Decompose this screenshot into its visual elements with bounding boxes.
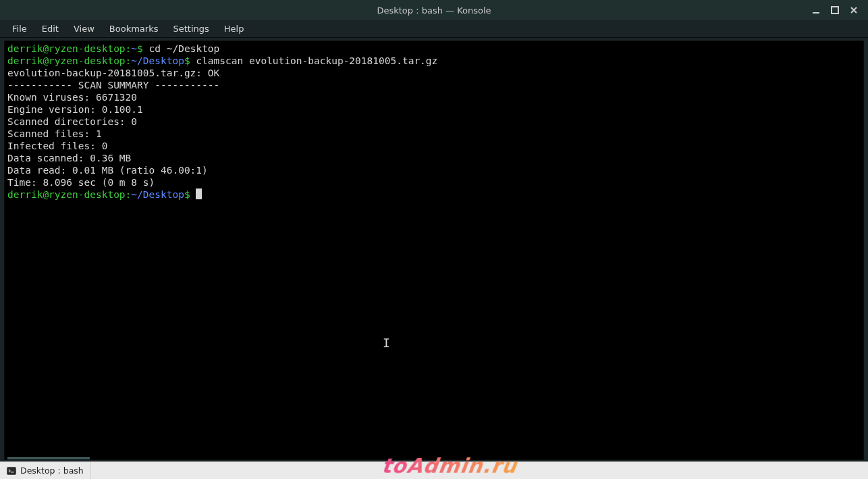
- tab-desktop-bash[interactable]: Desktop : bash: [0, 462, 91, 479]
- titlebar[interactable]: Desktop : bash — Konsole: [0, 0, 868, 20]
- menubar: File Edit View Bookmarks Settings Help: [0, 20, 868, 38]
- terminal-line: Known viruses: 6671320: [7, 91, 861, 103]
- horizontal-scrollbar[interactable]: [7, 457, 90, 460]
- terminal-line: Scanned directories: 0: [7, 116, 861, 128]
- maximize-button[interactable]: [830, 5, 840, 15]
- window-title: Desktop : bash — Konsole: [0, 5, 868, 16]
- terminal-line: ----------- SCAN SUMMARY -----------: [7, 79, 861, 91]
- svg-rect-0: [813, 12, 819, 14]
- svg-rect-2: [7, 467, 16, 474]
- prompt-dollar: $: [137, 43, 143, 54]
- window-controls: [811, 5, 868, 15]
- menu-view[interactable]: View: [67, 22, 101, 36]
- prompt-user-host: derrik@ryzen-desktop: [7, 55, 126, 66]
- terminal-cursor: [196, 188, 202, 199]
- text-cursor-icon: I: [383, 337, 390, 349]
- terminal-line: Time: 8.096 sec (0 m 8 s): [7, 176, 861, 188]
- terminal-line: Data read: 0.01 MB (ratio 46.00:1): [7, 164, 861, 176]
- terminal-line: Infected files: 0: [7, 140, 861, 152]
- konsole-window: Desktop : bash — Konsole File Edit View …: [0, 0, 868, 479]
- close-icon: [850, 6, 858, 14]
- svg-rect-3: [11, 472, 14, 472]
- svg-rect-1: [832, 7, 838, 14]
- close-button[interactable]: [849, 5, 859, 15]
- terminal-line: derrik@ryzen-desktop:~$ cd ~/Desktop: [7, 43, 861, 55]
- command-text: clamscan evolution-backup-20181005.tar.g…: [190, 55, 438, 66]
- prompt-path: ~: [131, 43, 137, 54]
- menu-edit[interactable]: Edit: [35, 22, 65, 36]
- command-text: cd ~/Desktop: [143, 43, 220, 54]
- terminal-view[interactable]: derrik@ryzen-desktop:~$ cd ~/Desktop der…: [4, 41, 864, 460]
- prompt-path: ~/Desktop: [131, 55, 184, 66]
- terminal-line: evolution-backup-20181005.tar.gz: OK: [7, 67, 861, 79]
- tabbar: Desktop : bash: [0, 461, 868, 479]
- terminal-line: derrik@ryzen-desktop:~/Desktop$ clamscan…: [7, 55, 861, 67]
- menu-help[interactable]: Help: [217, 22, 251, 36]
- minimize-icon: [812, 6, 820, 14]
- terminal-line: Engine version: 0.100.1: [7, 103, 861, 116]
- tab-label: Desktop : bash: [20, 465, 84, 476]
- terminal-line: Scanned files: 1: [7, 128, 861, 140]
- minimize-button[interactable]: [811, 5, 821, 15]
- menu-settings[interactable]: Settings: [166, 22, 215, 36]
- terminal-line: Data scanned: 0.36 MB: [7, 152, 861, 164]
- prompt-user-host: derrik@ryzen-desktop: [7, 43, 126, 54]
- terminal-icon: [7, 466, 16, 476]
- prompt-dollar: $: [184, 55, 190, 66]
- prompt-user-host: derrik@ryzen-desktop: [7, 189, 126, 200]
- maximize-icon: [831, 6, 839, 14]
- terminal-line: derrik@ryzen-desktop:~/Desktop$: [7, 188, 861, 201]
- menu-bookmarks[interactable]: Bookmarks: [103, 22, 165, 36]
- menu-file[interactable]: File: [5, 22, 34, 36]
- prompt-dollar: $: [184, 189, 190, 200]
- prompt-path: ~/Desktop: [131, 189, 184, 200]
